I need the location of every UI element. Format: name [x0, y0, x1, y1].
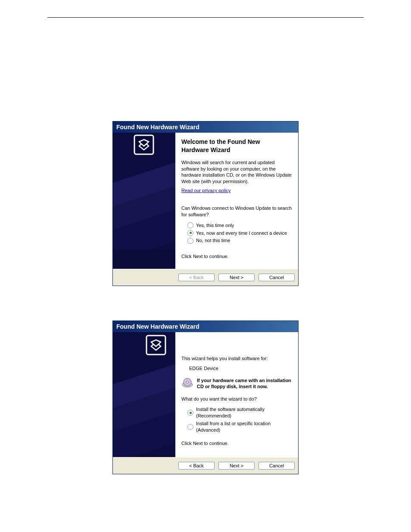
cd-icon — [181, 378, 193, 390]
radio-icon — [187, 230, 193, 236]
top-rule — [47, 17, 364, 18]
device-name: EDGE Device — [189, 365, 292, 372]
privacy-policy-link[interactable]: Read our privacy policy — [181, 188, 230, 193]
cancel-button[interactable]: Cancel — [258, 462, 295, 470]
question-text: Can Windows connect to Windows Update to… — [181, 205, 292, 218]
wizard-sidebar-graphic — [113, 332, 175, 457]
titlebar: Found New Hardware Wizard — [113, 121, 298, 133]
cd-hint-text: If your hardware came with an installati… — [197, 378, 292, 390]
radio-icon — [187, 238, 193, 244]
next-button[interactable]: Next > — [218, 462, 255, 470]
radio-icon — [187, 424, 193, 430]
wizard-heading: Welcome to the Found New Hardware Wizard — [181, 138, 292, 154]
continue-hint: Click Next to continue. — [181, 440, 292, 447]
titlebar: Found New Hardware Wizard — [113, 321, 298, 332]
continue-hint: Click Next to continue. — [181, 253, 292, 260]
question-text: What do you want the wizard to do? — [181, 396, 292, 402]
radio-icon — [187, 222, 193, 228]
back-button[interactable]: < Back — [178, 462, 215, 470]
radio-option-advanced[interactable]: Install from a list or specific location… — [187, 420, 292, 433]
svg-rect-4 — [134, 135, 153, 154]
intro-text: This wizard helps you install software f… — [181, 355, 292, 362]
back-button: < Back — [178, 274, 215, 281]
wizard-dialog-1: Found New Hardware Wizard — [112, 121, 299, 286]
svg-rect-9 — [146, 336, 165, 355]
radio-option-yes-always[interactable]: Yes, now and every time I connect a devi… — [187, 230, 292, 236]
wizard-dialog-2: Found New Hardware Wizard — [112, 320, 299, 474]
radio-option-auto[interactable]: Install the software automatically (Reco… — [187, 406, 292, 419]
radio-option-no[interactable]: No, not this time — [187, 237, 292, 244]
radio-option-yes-once[interactable]: Yes, this time only — [187, 222, 292, 229]
svg-point-12 — [187, 381, 189, 383]
cancel-button[interactable]: Cancel — [258, 274, 295, 281]
intro-text: Windows will search for current and upda… — [181, 159, 292, 185]
next-button[interactable]: Next > — [218, 274, 255, 281]
wizard-sidebar-graphic — [113, 133, 175, 269]
radio-icon — [187, 410, 193, 416]
